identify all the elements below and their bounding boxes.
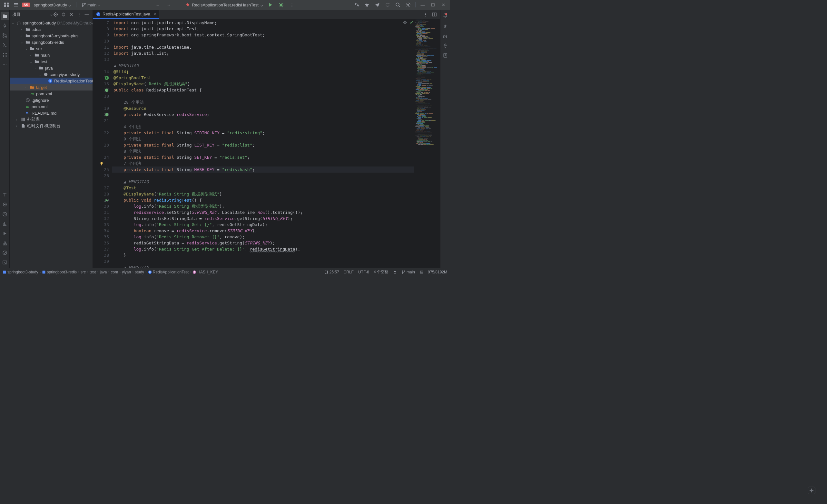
profiler-tool-icon[interactable]: [1, 220, 9, 228]
run-icon[interactable]: [266, 1, 274, 9]
tree-item[interactable]: ⌄java: [10, 65, 93, 71]
panel-menu-icon[interactable]: ⋮: [76, 11, 82, 18]
tree-item[interactable]: CRedisApplicationTest: [10, 77, 93, 84]
tree-item[interactable]: ›.idea: [10, 26, 93, 33]
status-readonly-icon[interactable]: [393, 270, 397, 274]
tree-item[interactable]: ›springboot3-mybatis-plus: [10, 33, 93, 39]
gutter[interactable]: 7891011121314151617181920212223242526272…: [93, 19, 112, 268]
svg-rect-24: [3, 244, 4, 245]
tab-menu-icon[interactable]: ⋮: [422, 11, 429, 18]
endpoints-tool-icon[interactable]: [441, 51, 449, 60]
branch-selector[interactable]: main ⌵: [80, 2, 102, 8]
minimize-window-icon[interactable]: —: [419, 1, 427, 9]
tree-item[interactable]: mpom.xml: [10, 103, 93, 110]
close-window-icon[interactable]: ✕: [439, 1, 447, 9]
reload-icon[interactable]: [384, 1, 391, 9]
tree-item[interactable]: mpom.xml: [10, 91, 93, 97]
test-icon: [185, 3, 190, 7]
more-tool-icon[interactable]: ⋯: [1, 60, 9, 69]
breadcrumb-item[interactable]: src: [81, 270, 86, 274]
tree-item[interactable]: ›外部库: [10, 116, 93, 123]
minimap[interactable]: [414, 19, 440, 268]
status-branch[interactable]: main: [401, 270, 415, 274]
title-bar: SS springboot3-study ⌵ main ⌵ ← → RedisA…: [0, 0, 450, 10]
tree-item[interactable]: ›target: [10, 84, 93, 91]
hamburger-menu-icon[interactable]: [12, 1, 20, 9]
collapse-all-icon[interactable]: [68, 11, 75, 18]
svg-rect-36: [22, 118, 23, 121]
bookmarks-tool-icon[interactable]: [1, 51, 9, 59]
status-linesep[interactable]: CRLF: [344, 270, 354, 274]
code-with-me-icon[interactable]: [363, 1, 371, 9]
tab-split-icon[interactable]: [430, 11, 438, 18]
tool-t-icon[interactable]: [1, 191, 9, 199]
expand-all-icon[interactable]: [60, 11, 67, 18]
tree-item[interactable]: ⌄test: [10, 58, 93, 65]
pull-request-tool-icon[interactable]: [1, 31, 9, 40]
cursor-pos-icon: [324, 270, 328, 274]
plane-icon[interactable]: [373, 1, 381, 9]
locate-icon[interactable]: [53, 11, 59, 18]
debug-icon[interactable]: [277, 1, 285, 9]
status-memory[interactable]: 975/8192M: [428, 270, 447, 274]
tree-item[interactable]: ⌄src: [10, 45, 93, 52]
status-linecol[interactable]: 25:57: [324, 270, 339, 274]
breadcrumb-item[interactable]: springboot3-study: [3, 270, 38, 274]
clock-tool-icon[interactable]: [1, 210, 9, 218]
ai-tool-icon[interactable]: [441, 22, 449, 31]
commit-tool-icon[interactable]: [1, 21, 9, 30]
breadcrumb-item[interactable]: CRedisApplicationTest: [148, 270, 189, 274]
tree-item[interactable]: ›临时文件和控制台: [10, 123, 93, 129]
breadcrumb-item[interactable]: yiyan: [122, 270, 131, 274]
svg-text:C: C: [97, 12, 99, 15]
structure-tool-icon[interactable]: [1, 41, 9, 49]
status-indent[interactable]: 4 个空格: [374, 269, 389, 275]
tree-item[interactable]: ⌄com.yiyan.study: [10, 71, 93, 77]
services-tool-icon[interactable]: [1, 200, 9, 209]
breadcrumb-item[interactable]: springboot3-redis: [42, 270, 77, 274]
run-config-label: RedisApplicationTest.redisHashTest: [192, 3, 258, 7]
run-tool-icon[interactable]: [1, 229, 9, 238]
settings-icon[interactable]: [404, 1, 412, 9]
translate-icon[interactable]: [353, 1, 360, 9]
project-tool-icon[interactable]: [1, 12, 9, 20]
breadcrumb-item[interactable]: fHASH_KEY: [192, 270, 218, 274]
tab-close-icon[interactable]: ×: [153, 12, 156, 17]
inspection-status[interactable]: [403, 20, 414, 25]
app-menu-icon[interactable]: [3, 1, 10, 9]
terminal-tool-icon[interactable]: [1, 258, 9, 267]
status-servers-icon[interactable]: [420, 270, 423, 274]
status-encoding[interactable]: UTF-8: [358, 270, 369, 274]
breadcrumb-item[interactable]: com: [110, 270, 118, 274]
panel-hide-icon[interactable]: —: [84, 11, 90, 18]
tree-root[interactable]: ⌄▢springboot3-studyD:\Code\MyGithub\spri…: [10, 20, 93, 26]
run-configuration[interactable]: RedisApplicationTest.redisHashTest ⌵: [185, 3, 263, 7]
breadcrumb-item[interactable]: test: [90, 270, 96, 274]
build-tool-icon[interactable]: [1, 239, 9, 247]
maximize-window-icon[interactable]: ☐: [429, 1, 437, 9]
notifications-icon[interactable]: [441, 12, 449, 21]
maven-tool-icon[interactable]: m: [441, 32, 449, 40]
code-area[interactable]: import org.junit.jupiter.api.DisplayName…: [112, 19, 440, 268]
svg-rect-45: [43, 271, 45, 273]
editor-content[interactable]: 7891011121314151617181920212223242526272…: [93, 19, 440, 268]
chevron-down-icon[interactable]: ⌵: [50, 12, 53, 17]
project-selector[interactable]: springboot3-study ⌵: [32, 2, 73, 8]
tree-item[interactable]: ⌄springboot3-redis: [10, 39, 93, 45]
breadcrumb-item[interactable]: java: [100, 270, 107, 274]
breadcrumb[interactable]: springboot3-study›springboot3-redis›src›…: [3, 270, 324, 274]
breadcrumb-item[interactable]: study: [135, 270, 144, 274]
tree-item[interactable]: M↓README.md: [10, 110, 93, 116]
svg-rect-1: [7, 3, 9, 4]
svg-rect-2: [4, 5, 6, 7]
problems-tool-icon[interactable]: [1, 248, 9, 257]
nav-forward-icon[interactable]: →: [165, 1, 173, 9]
tree-item[interactable]: ›main: [10, 52, 93, 58]
project-tree[interactable]: ⌄▢springboot3-studyD:\Code\MyGithub\spri…: [10, 19, 93, 268]
nav-back-icon[interactable]: ←: [154, 1, 161, 9]
tree-item[interactable]: .gitignore: [10, 97, 93, 103]
more-actions-icon[interactable]: ⋮: [288, 1, 296, 9]
database-tool-icon[interactable]: [441, 42, 449, 50]
editor-tab-active[interactable]: C RedisApplicationTest.java ×: [93, 10, 159, 19]
search-icon[interactable]: [394, 1, 402, 9]
